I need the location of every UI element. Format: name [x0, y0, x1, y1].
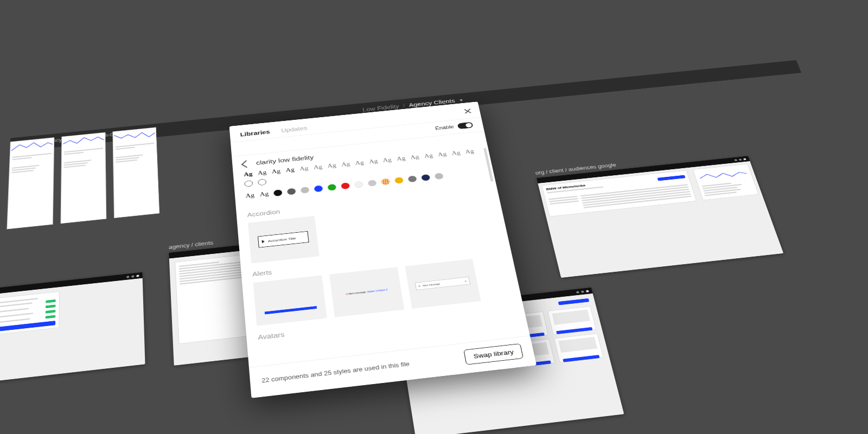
enable-label: Enable	[435, 124, 454, 131]
text-style[interactable]: Ag	[396, 155, 406, 162]
canvas-frame-group[interactable]	[6, 132, 168, 248]
component-tile-alert-msg[interactable]: ⊘ Alert message. Action 1 Action 2	[329, 267, 404, 317]
enable-toggle[interactable]	[457, 122, 474, 129]
component-tile-accordion[interactable]: Accordion Title	[248, 216, 320, 264]
text-style[interactable]: Ag	[271, 168, 280, 175]
color-style[interactable]	[421, 174, 430, 181]
color-style[interactable]	[354, 181, 363, 188]
color-style[interactable]	[301, 187, 310, 194]
text-style[interactable]: Ag	[424, 152, 433, 159]
color-style[interactable]	[381, 178, 391, 186]
text-style[interactable]: Ag	[257, 170, 266, 177]
text-style[interactable]: Ag	[245, 192, 255, 199]
text-style[interactable]: Ag	[355, 159, 365, 167]
color-style[interactable]	[394, 177, 404, 184]
color-style[interactable]	[258, 178, 266, 186]
text-style[interactable]: Ag	[368, 158, 378, 165]
color-style[interactable]	[244, 180, 253, 187]
close-icon: ✕	[464, 279, 467, 283]
text-style[interactable]: Ag	[465, 149, 475, 155]
text-style[interactable]: Ag	[259, 191, 269, 198]
color-style[interactable]	[314, 185, 323, 192]
text-style[interactable]: Ag	[341, 161, 350, 168]
component-tile-alert-box[interactable]: ⊘ Alert message ✕	[405, 259, 481, 309]
text-style[interactable]: Ag	[437, 151, 447, 158]
frame-label: agency / clients	[169, 240, 214, 250]
scrollbar[interactable]	[483, 148, 493, 181]
canvas-frame[interactable]	[0, 272, 145, 382]
text-style[interactable]: Ag	[382, 157, 392, 164]
close-icon[interactable]	[462, 107, 474, 116]
canvas-frame[interactable]: org / client / audiences google BMW of M…	[537, 156, 783, 278]
text-style[interactable]: Ag	[410, 154, 420, 161]
color-style[interactable]	[328, 184, 337, 191]
color-style[interactable]	[368, 180, 377, 187]
library-usage-text: 22 components and 25 styles are used in …	[261, 361, 410, 384]
chevron-down-icon[interactable]: ▼	[458, 98, 464, 102]
text-style[interactable]: Ag	[313, 164, 323, 171]
color-style[interactable]	[287, 188, 296, 195]
chevron-right-icon	[262, 240, 265, 243]
text-style[interactable]: Ag	[285, 167, 295, 174]
color-style[interactable]	[408, 176, 417, 183]
color-style[interactable]	[341, 182, 350, 189]
text-style[interactable]: Ag	[244, 171, 253, 178]
text-style[interactable]: Ag	[451, 150, 461, 156]
back-icon[interactable]	[241, 160, 252, 168]
text-style[interactable]: Ag	[299, 165, 309, 173]
color-style[interactable]	[435, 173, 444, 180]
color-style[interactable]	[273, 189, 283, 196]
text-style[interactable]: Ag	[327, 162, 337, 169]
